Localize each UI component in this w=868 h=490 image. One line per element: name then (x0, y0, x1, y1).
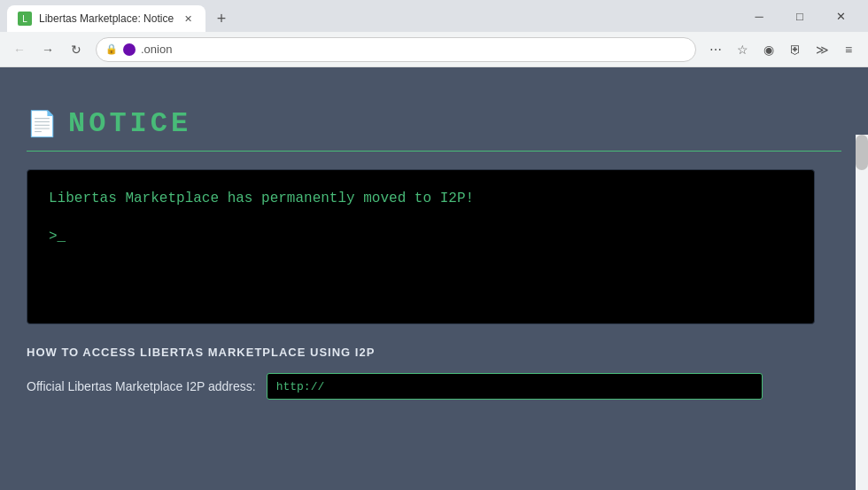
more-icon[interactable]: ⋯ (703, 37, 728, 62)
window-controls: ─ □ ✕ (739, 0, 861, 32)
terminal-line1: Libertas Marketplace has permanently mov… (49, 188, 793, 211)
toolbar-right: ⋯ ☆ ◉ ⛨ ≫ ≡ (703, 37, 861, 62)
notice-document-icon: 📄 (27, 109, 58, 138)
terminal-box: Libertas Marketplace has permanently mov… (27, 169, 815, 324)
toolbar: ← → ↻ 🔒 .onion ⋯ ☆ ◉ ⛨ ≫ ≡ (0, 32, 868, 67)
i2p-address-input[interactable] (267, 373, 763, 400)
tab-area: L Libertas Marketplace: Notice ✕ + (7, 0, 735, 32)
menu-icon[interactable]: ≡ (836, 37, 861, 62)
lock-icon: 🔒 (105, 43, 118, 55)
address-bar[interactable]: 🔒 .onion (96, 37, 696, 62)
new-tab-button[interactable]: + (209, 6, 234, 31)
notice-heading: 📄 NOTICE (27, 107, 841, 140)
address-row: Official Libertas Marketplace I2P addres… (27, 373, 841, 400)
notice-divider (27, 151, 841, 152)
close-button[interactable]: ✕ (820, 0, 861, 32)
forward-button[interactable]: → (35, 37, 60, 62)
onion-icon (123, 43, 136, 56)
page-wrapper: 📄 NOTICE Libertas Marketplace has perman… (0, 67, 868, 490)
scrollbar-track[interactable] (856, 135, 868, 490)
address-label: Official Libertas Marketplace I2P addres… (27, 379, 256, 393)
page-content: 📄 NOTICE Libertas Marketplace has perman… (0, 67, 868, 490)
minimize-button[interactable]: ─ (739, 0, 779, 32)
browser-chrome: L Libertas Marketplace: Notice ✕ + ─ □ ✕… (0, 0, 868, 490)
scrollbar-thumb[interactable] (856, 135, 868, 170)
content-area: 📄 NOTICE Libertas Marketplace has perman… (27, 107, 841, 400)
more-tools-icon[interactable]: ≫ (810, 37, 834, 62)
page-title: NOTICE (68, 107, 191, 140)
tab-close-button[interactable]: ✕ (181, 12, 195, 26)
address-text: .onion (141, 43, 686, 56)
maximize-button[interactable]: □ (779, 0, 820, 32)
back-button[interactable]: ← (7, 37, 32, 62)
terminal-prompt: >_ (49, 229, 66, 245)
active-tab[interactable]: L Libertas Marketplace: Notice ✕ (7, 5, 205, 32)
tab-title: Libertas Marketplace: Notice (39, 12, 174, 25)
title-bar: L Libertas Marketplace: Notice ✕ + ─ □ ✕ (0, 0, 868, 32)
bookmark-icon[interactable]: ☆ (730, 37, 755, 62)
how-to-heading: HOW TO ACCESS LIBERTAS MARKETPLACE USING… (27, 346, 841, 359)
refresh-button[interactable]: ↻ (64, 37, 89, 62)
extension2-icon[interactable]: ⛨ (783, 37, 808, 62)
extension1-icon[interactable]: ◉ (756, 37, 781, 62)
tab-favicon: L (18, 12, 32, 26)
